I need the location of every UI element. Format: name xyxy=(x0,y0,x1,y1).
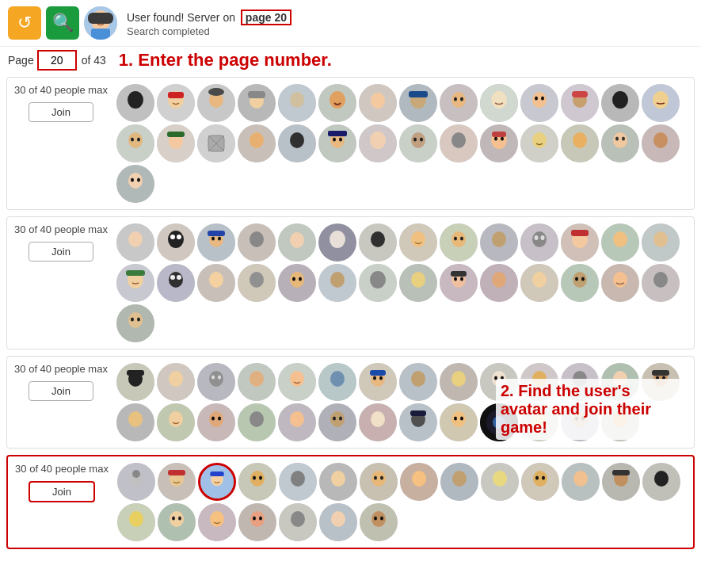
avatar xyxy=(238,264,276,302)
avatar xyxy=(480,264,518,302)
svg-point-274 xyxy=(379,376,383,380)
svg-point-318 xyxy=(250,411,264,427)
avatar xyxy=(642,84,680,122)
avatar xyxy=(238,84,276,122)
svg-point-327 xyxy=(333,417,336,421)
svg-point-389 xyxy=(412,471,426,487)
refresh-button[interactable]: ↺ xyxy=(8,6,41,40)
svg-point-444 xyxy=(380,517,383,521)
avatar xyxy=(562,463,600,501)
svg-point-397 xyxy=(493,471,507,487)
svg-point-148 xyxy=(330,231,345,248)
avatar xyxy=(278,124,316,162)
avatar xyxy=(440,223,478,262)
join-button[interactable]: Join xyxy=(29,381,93,401)
avatar xyxy=(642,264,680,302)
svg-point-258 xyxy=(218,376,221,380)
join-button[interactable]: Join xyxy=(29,242,93,262)
avatar xyxy=(318,403,356,441)
svg-point-432 xyxy=(259,517,262,521)
svg-point-137 xyxy=(218,237,221,241)
avatar xyxy=(158,503,196,541)
svg-point-117 xyxy=(622,137,625,141)
svg-point-403 xyxy=(542,476,545,480)
avatar xyxy=(278,363,316,401)
svg-point-297 xyxy=(613,371,627,387)
search-button[interactable]: 🔍 xyxy=(46,6,79,40)
svg-point-162 xyxy=(460,237,463,241)
svg-point-264 xyxy=(290,371,304,387)
avatar xyxy=(360,463,398,501)
svg-point-354 xyxy=(613,411,627,427)
svg-point-131 xyxy=(168,231,184,248)
svg-point-256 xyxy=(209,371,223,387)
svg-point-81 xyxy=(290,132,304,148)
avatar xyxy=(480,363,518,401)
svg-point-191 xyxy=(170,275,175,280)
avatar xyxy=(359,223,397,262)
svg-point-350 xyxy=(573,411,587,427)
svg-point-245 xyxy=(137,318,140,322)
avatar xyxy=(157,363,195,401)
svg-point-116 xyxy=(615,137,619,141)
svg-point-422 xyxy=(170,511,184,527)
avatar xyxy=(359,363,397,401)
svg-point-289 xyxy=(532,371,547,387)
svg-point-104 xyxy=(501,137,504,141)
svg-point-160 xyxy=(451,231,466,247)
svg-point-303 xyxy=(662,376,665,380)
svg-point-414 xyxy=(654,471,669,487)
svg-point-140 xyxy=(250,231,264,247)
svg-point-233 xyxy=(581,277,585,281)
svg-point-381 xyxy=(331,471,345,487)
avatar xyxy=(399,223,437,262)
avatars-grid xyxy=(117,463,687,541)
join-button[interactable]: Join xyxy=(29,102,93,122)
svg-point-273 xyxy=(373,376,376,380)
svg-point-260 xyxy=(250,371,264,387)
svg-point-314 xyxy=(209,411,223,427)
server-row-highlight: 30 of 40 people max Join xyxy=(6,455,695,549)
svg-point-287 xyxy=(501,376,504,380)
avatar xyxy=(278,403,316,441)
svg-point-340 xyxy=(454,417,457,421)
svg-point-96 xyxy=(420,138,423,142)
svg-point-277 xyxy=(411,371,425,387)
svg-point-66 xyxy=(137,138,140,142)
avatar xyxy=(440,363,478,401)
page-total: of 43 xyxy=(82,54,106,67)
page-input[interactable] xyxy=(37,50,77,71)
svg-point-401 xyxy=(533,471,547,487)
avatar-button[interactable] xyxy=(84,6,117,40)
avatar xyxy=(318,124,356,162)
svg-point-34 xyxy=(371,93,385,109)
avatar xyxy=(197,223,235,262)
svg-point-210 xyxy=(370,271,386,288)
svg-point-326 xyxy=(330,411,345,427)
svg-point-86 xyxy=(333,138,336,142)
join-button-highlight[interactable]: Join xyxy=(29,481,95,502)
avatar xyxy=(480,223,518,262)
avatar xyxy=(197,403,235,441)
avatar xyxy=(238,124,276,162)
svg-point-202 xyxy=(290,272,304,288)
avatar xyxy=(319,503,357,541)
svg-point-19 xyxy=(208,88,224,96)
status-text: Search completed xyxy=(127,25,294,37)
svg-point-43 xyxy=(460,97,463,101)
server-row: 30 of 40 people max Join xyxy=(6,216,695,349)
svg-point-133 xyxy=(177,235,181,239)
svg-point-168 xyxy=(532,231,547,247)
svg-point-341 xyxy=(460,417,463,421)
svg-point-426 xyxy=(210,511,224,527)
svg-point-107 xyxy=(532,132,547,148)
avatar xyxy=(642,363,680,401)
svg-point-177 xyxy=(613,231,627,247)
svg-point-77 xyxy=(250,132,264,148)
avatar xyxy=(359,264,397,302)
svg-point-161 xyxy=(454,237,457,241)
svg-point-132 xyxy=(170,235,175,239)
avatar xyxy=(440,463,478,501)
svg-point-65 xyxy=(131,138,134,142)
avatar xyxy=(440,124,478,162)
